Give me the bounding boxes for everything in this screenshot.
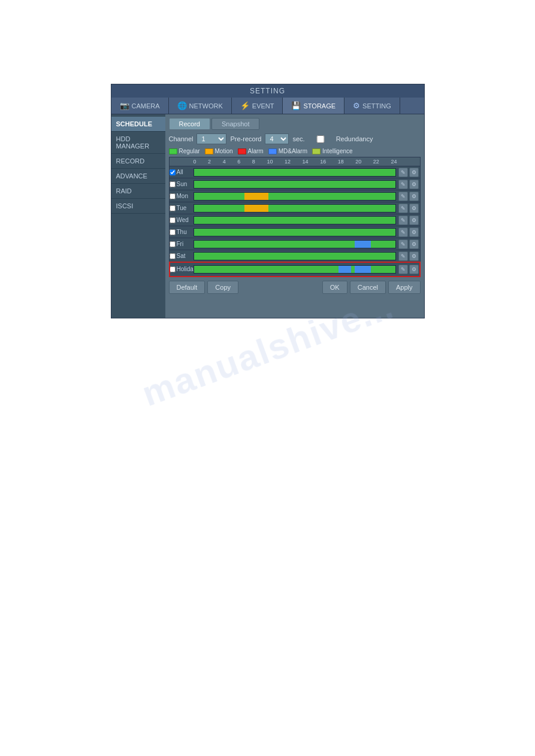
day-label-mon: Mon [170, 193, 192, 199]
legend-row: Regular Motion Alarm MD&Alarm Intelligen… [169, 148, 421, 154]
redundancy-label: Redundancy [336, 135, 373, 142]
day-label-sat: Sat [170, 253, 192, 259]
sidebar-item-raid[interactable]: RAID [111, 184, 165, 199]
title-label: SETTING [250, 87, 285, 95]
nav-tab-event[interactable]: ⚡ EVENT [232, 98, 283, 114]
edit-button-sun[interactable]: ✎ [398, 180, 408, 189]
timeline-tue[interactable] [194, 204, 396, 212]
nav-tab-setting[interactable]: ⚙ SETTING [344, 98, 400, 114]
settings-button-sun[interactable]: ⚙ [409, 180, 419, 189]
schedule-row-mon: Mon✎⚙ [170, 190, 420, 202]
checkbox-sun[interactable] [170, 181, 176, 187]
sub-tab-record[interactable]: Record [169, 118, 210, 130]
ok-button[interactable]: OK [322, 281, 347, 294]
settings-button-fri[interactable]: ⚙ [409, 239, 419, 249]
schedule-row-wed: Wed✎⚙ [170, 214, 420, 226]
time-header: 0 2 4 6 8 10 12 14 16 18 20 22 24 [170, 157, 420, 166]
legend-motion: Motion [205, 148, 233, 154]
time-ticks: 0 2 4 6 8 10 12 14 16 18 20 22 24 [192, 159, 398, 165]
checkbox-holiday[interactable] [170, 266, 176, 272]
default-button[interactable]: Default [169, 281, 205, 294]
settings-button-all[interactable]: ⚙ [409, 168, 419, 177]
edit-button-thu[interactable]: ✎ [398, 227, 408, 237]
sidebar-item-advance[interactable]: ADVANCE [111, 169, 165, 184]
nav-tab-storage[interactable]: 💾 STORAGE [283, 98, 344, 114]
redundancy-checkbox[interactable] [309, 135, 333, 143]
edit-button-tue[interactable]: ✎ [398, 204, 408, 213]
timeline-sat[interactable] [194, 252, 396, 260]
edit-button-all[interactable]: ✎ [398, 168, 408, 177]
main-content: Record Snapshot Channel 1234 Pre-record … [165, 114, 424, 318]
prerecord-label: Pre-record [230, 135, 261, 142]
settings-button-thu[interactable]: ⚙ [409, 227, 419, 237]
motion-color-swatch [205, 148, 213, 154]
edit-button-fri[interactable]: ✎ [398, 239, 408, 249]
edit-button-sat[interactable]: ✎ [398, 251, 408, 261]
timeline-all[interactable] [194, 168, 396, 177]
setting-icon: ⚙ [353, 101, 360, 110]
row-actions-thu: ✎⚙ [397, 227, 420, 237]
edit-button-wed[interactable]: ✎ [398, 215, 408, 225]
edit-button-holiday[interactable]: ✎ [398, 265, 408, 274]
sidebar-hdd-label: HDD MANAGER [116, 135, 150, 150]
settings-button-wed[interactable]: ⚙ [409, 215, 419, 225]
timeline-mon[interactable] [194, 192, 396, 201]
prerecord-unit: sec. [292, 135, 304, 142]
schedule-rows-container: All✎⚙Sun✎⚙Mon✎⚙Tue✎⚙Wed✎⚙Thu✎⚙Fri✎⚙Sat✎⚙… [170, 166, 420, 277]
edit-button-mon[interactable]: ✎ [398, 192, 408, 201]
checkbox-mon[interactable] [170, 193, 176, 199]
channel-select[interactable]: 1234 [197, 133, 226, 144]
settings-button-holiday[interactable]: ⚙ [409, 265, 419, 274]
legend-intelligence: Intelligence [312, 148, 353, 154]
day-label-sun: Sun [170, 181, 192, 187]
schedule-row-sat: Sat✎⚙ [170, 250, 420, 262]
sidebar-item-iscsi[interactable]: ISCSI [111, 199, 165, 214]
main-window: SETTING 📷 CAMERA 🌐 NETWORK ⚡ EVENT 💾 STO… [111, 84, 425, 318]
settings-button-mon[interactable]: ⚙ [409, 192, 419, 201]
day-label-all: All [170, 169, 192, 175]
timeline-bar [355, 241, 371, 248]
left-btn-group: Default Copy [169, 281, 239, 294]
checkbox-sat[interactable] [170, 253, 176, 259]
settings-button-tue[interactable]: ⚙ [409, 204, 419, 213]
sidebar-item-hdd-manager[interactable]: HDD MANAGER [111, 132, 165, 154]
settings-button-sat[interactable]: ⚙ [409, 251, 419, 261]
copy-button[interactable]: Copy [207, 281, 238, 294]
row-actions-tue: ✎⚙ [397, 204, 420, 213]
legend-intelligence-label: Intelligence [322, 148, 353, 154]
legend-alarm-label: Alarm [248, 148, 264, 154]
checkbox-wed[interactable] [170, 217, 176, 223]
sub-tabs: Record Snapshot [169, 118, 421, 130]
checkbox-tue[interactable] [170, 205, 176, 211]
timeline-wed[interactable] [194, 216, 396, 224]
sub-tab-snapshot[interactable]: Snapshot [211, 118, 259, 130]
day-label-thu: Thu [170, 229, 192, 235]
checkbox-fri[interactable] [170, 241, 176, 247]
checkbox-all[interactable] [170, 169, 176, 175]
bottom-buttons: Default Copy OK Cancel Apply [169, 281, 421, 294]
row-actions-wed: ✎⚙ [397, 215, 420, 225]
apply-button[interactable]: Apply [388, 281, 421, 294]
nav-tab-camera[interactable]: 📷 CAMERA [111, 98, 169, 114]
event-icon: ⚡ [240, 101, 250, 110]
timeline-fri[interactable] [194, 240, 396, 248]
title-bar: SETTING [111, 84, 424, 98]
checkbox-thu[interactable] [170, 229, 176, 235]
sidebar-iscsi-label: ISCSI [116, 202, 134, 210]
timeline-bar [244, 193, 268, 200]
channel-label: Channel [169, 135, 194, 142]
schedule-row-holiday: Holiday✎⚙ [170, 262, 420, 277]
row-actions-sun: ✎⚙ [397, 180, 420, 189]
timeline-holiday[interactable] [194, 265, 396, 274]
cancel-button[interactable]: Cancel [350, 281, 386, 294]
sidebar-item-schedule[interactable]: SCHEDULE [111, 117, 165, 132]
timeline-sun[interactable] [194, 180, 396, 189]
prerecord-select[interactable]: 428 [265, 133, 289, 144]
sidebar-item-record[interactable]: RECORD [111, 154, 165, 169]
legend-regular: Regular [169, 148, 200, 154]
timeline-thu[interactable] [194, 228, 396, 236]
timeline-bar [244, 205, 268, 212]
nav-tab-setting-label: SETTING [362, 102, 391, 110]
nav-tab-network[interactable]: 🌐 NETWORK [169, 98, 232, 114]
controls-row: Channel 1234 Pre-record 428 sec. Redunda… [169, 133, 421, 144]
